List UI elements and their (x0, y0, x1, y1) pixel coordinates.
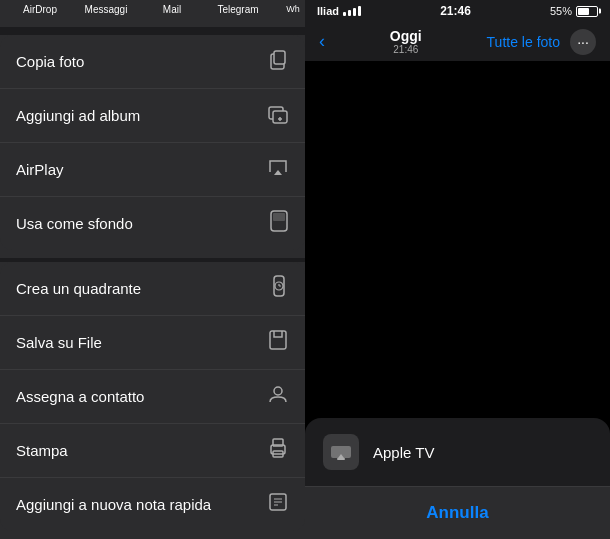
right-status-right: 55% (550, 5, 598, 17)
menu-item-sfondo[interactable]: Usa come sfondo (0, 197, 305, 250)
right-nav: ‹ Oggi 21:46 Tutte le foto ··· (305, 22, 610, 61)
menu-item-aggiungi-album-label: Aggiungi ad album (16, 107, 140, 124)
battery-pct-right: 55% (550, 5, 572, 17)
right-panel: Iliad 21:46 55% ‹ Oggi 21:46 Tutte le fo… (305, 0, 610, 539)
more-icon: ··· (577, 34, 589, 50)
right-time: 21:46 (440, 4, 471, 18)
nav-title: Oggi (390, 28, 422, 44)
appletv-icon (323, 434, 359, 470)
app-icon-messages[interactable]: Messaggi (80, 0, 132, 15)
contact-icon (267, 383, 289, 410)
mail-label: Mail (163, 4, 181, 15)
telegram-label: Telegram (217, 4, 258, 15)
app-icon-mail[interactable]: Mail (146, 0, 198, 15)
menu-item-airplay-label: AirPlay (16, 161, 64, 178)
menu-item-aggiungi-album[interactable]: Aggiungi ad album (0, 89, 305, 143)
file-icon (267, 329, 289, 356)
menu-item-quadrante-label: Crea un quadrante (16, 280, 141, 297)
right-status-left: Iliad (317, 5, 361, 17)
menu-item-sfondo-label: Usa come sfondo (16, 215, 133, 232)
svg-rect-27 (270, 331, 286, 349)
menu-item-quadrante[interactable]: Crea un quadrante (0, 262, 305, 316)
svg-marker-20 (274, 170, 282, 175)
cancel-button[interactable]: Annulla (305, 487, 610, 539)
right-signal-icon (343, 6, 361, 16)
album-icon (267, 102, 289, 129)
app-icons-row: 1 AirDrop Messaggi (0, 0, 305, 27)
menu-item-contatto-label: Assegna a contatto (16, 388, 144, 405)
nav-subtitle: 21:46 (393, 44, 418, 55)
menu-item-copia-foto[interactable]: Copia foto (0, 35, 305, 89)
menu-item-nota-rapida-label: Aggiungi a nuova nota rapida (16, 496, 211, 513)
menu-item-airplay[interactable]: AirPlay (0, 143, 305, 197)
airdrop-label: AirDrop (23, 4, 57, 15)
svg-rect-22 (273, 213, 285, 221)
app-icon-whatsapp[interactable]: Wh (278, 0, 305, 15)
divider-1 (0, 27, 305, 35)
whatsapp-label: Wh (286, 4, 300, 14)
menu-section-2: Crea un quadrante Salva su File Assegna … (0, 262, 305, 531)
airplay-modal: Apple TV Annulla (305, 418, 610, 539)
nav-right: Tutte le foto ··· (487, 29, 596, 55)
menu-item-nota-rapida[interactable]: Aggiungi a nuova nota rapida (0, 478, 305, 531)
back-button[interactable]: ‹ (319, 31, 325, 52)
device-name: Apple TV (373, 444, 434, 461)
svg-rect-37 (337, 458, 345, 460)
copy-icon (267, 48, 289, 75)
all-photos-button[interactable]: Tutte le foto (487, 34, 560, 50)
wallpaper-icon (269, 210, 289, 237)
menu-item-copia-foto-label: Copia foto (16, 53, 84, 70)
svg-point-28 (274, 387, 282, 395)
menu-item-stampa[interactable]: Stampa (0, 424, 305, 478)
cancel-label: Annulla (426, 503, 488, 523)
menu-item-salva-file[interactable]: Salva su File (0, 316, 305, 370)
left-panel: Iliad ▾ 21:46 55% 1 foto selezionata (0, 0, 305, 539)
right-status-bar: Iliad 21:46 55% (305, 0, 610, 22)
watchface-icon (269, 275, 289, 302)
nav-center: Oggi 21:46 (390, 28, 422, 55)
airplay-icon (267, 156, 289, 183)
appletv-svg (329, 440, 353, 464)
note-icon (267, 491, 289, 518)
share-sheet: 1 foto selezionata Opzioni › × (0, 0, 305, 539)
print-icon (267, 437, 289, 464)
more-button[interactable]: ··· (570, 29, 596, 55)
carrier-right: Iliad (317, 5, 339, 17)
app-icon-airdrop[interactable]: 1 AirDrop (14, 0, 66, 15)
airplay-device-row[interactable]: Apple TV (305, 418, 610, 487)
menu-item-contatto[interactable]: Assegna a contatto (0, 370, 305, 424)
app-icon-telegram[interactable]: Telegram (212, 0, 264, 15)
menu-section-1: Copia foto Aggiungi ad album AirPlay Usa… (0, 35, 305, 250)
svg-rect-15 (274, 51, 285, 64)
menu-item-stampa-label: Stampa (16, 442, 68, 459)
menu-item-salva-file-label: Salva su File (16, 334, 102, 351)
battery-icon-right (576, 6, 598, 17)
messages-label: Messaggi (85, 4, 128, 15)
